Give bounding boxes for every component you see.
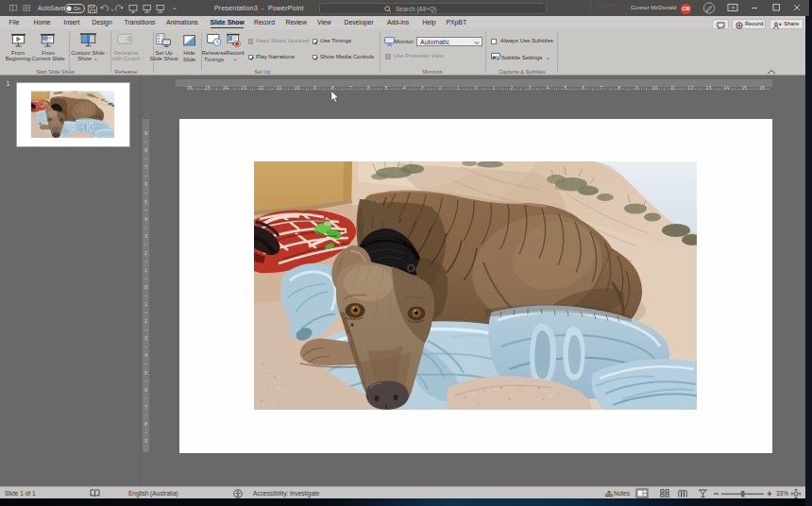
svg-text:7: 7: [600, 85, 602, 91]
svg-text:13: 13: [241, 85, 246, 91]
svg-text:7: 7: [144, 405, 147, 410]
svg-text:7: 7: [349, 85, 352, 91]
svg-text:10: 10: [295, 85, 300, 91]
svg-text:1: 1: [457, 85, 460, 91]
svg-text:4: 4: [144, 217, 147, 222]
svg-text:8: 8: [144, 148, 147, 153]
svg-text:9: 9: [144, 131, 147, 136]
svg-text:13: 13: [706, 85, 712, 91]
svg-text:8: 8: [617, 85, 620, 91]
svg-text:2: 2: [439, 85, 442, 91]
svg-text:4: 4: [403, 85, 406, 91]
svg-text:2: 2: [144, 319, 147, 324]
svg-text:5: 5: [144, 371, 147, 376]
svg-text:9: 9: [313, 85, 316, 91]
svg-text:9: 9: [144, 439, 147, 444]
svg-text:4: 4: [546, 85, 549, 91]
svg-text:6: 6: [144, 182, 147, 187]
svg-text:10: 10: [652, 85, 658, 91]
svg-text:9: 9: [635, 85, 638, 91]
svg-text:15: 15: [205, 85, 211, 91]
svg-text:5: 5: [385, 85, 388, 91]
svg-text:12: 12: [688, 85, 694, 91]
svg-text:0: 0: [475, 85, 478, 91]
svg-text:7: 7: [144, 165, 147, 170]
svg-text:16: 16: [759, 85, 765, 91]
svg-text:8: 8: [144, 422, 147, 427]
svg-text:11: 11: [670, 85, 675, 91]
svg-text:11: 11: [277, 85, 281, 91]
svg-text:1: 1: [493, 85, 496, 91]
svg-text:1: 1: [144, 302, 147, 307]
svg-text:3: 3: [529, 85, 532, 91]
svg-text:14: 14: [223, 85, 228, 91]
svg-text:5: 5: [564, 85, 567, 91]
svg-text:4: 4: [144, 353, 147, 358]
svg-text:15: 15: [741, 85, 747, 91]
svg-text:1: 1: [144, 268, 147, 273]
svg-text:3: 3: [421, 85, 424, 91]
svg-text:12: 12: [259, 85, 264, 91]
svg-text:3: 3: [144, 336, 147, 341]
svg-text:5: 5: [144, 200, 147, 205]
svg-text:0: 0: [144, 285, 147, 290]
svg-text:14: 14: [724, 85, 730, 91]
svg-text:6: 6: [144, 388, 147, 393]
svg-text:2: 2: [144, 251, 147, 256]
svg-text:16: 16: [187, 85, 193, 91]
svg-text:2: 2: [511, 85, 514, 91]
svg-text:6: 6: [367, 85, 370, 91]
svg-text:6: 6: [582, 85, 584, 91]
svg-text:On: On: [74, 6, 80, 11]
svg-text:3: 3: [144, 234, 147, 239]
